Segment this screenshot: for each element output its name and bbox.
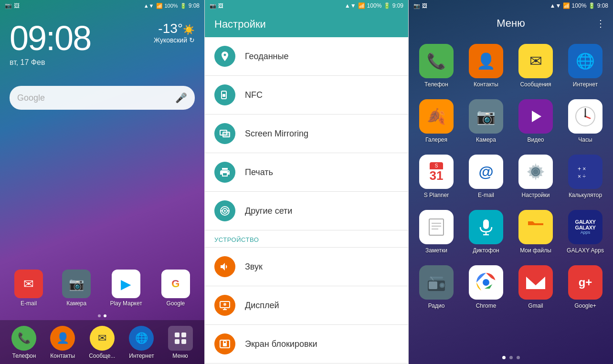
- menu-recorder-icon: [469, 210, 503, 244]
- settings-item-screen-mirroring[interactable]: Screen Mirroring: [205, 114, 408, 153]
- menu-title: Меню: [435, 17, 586, 30]
- menu-signal-icon: ▲▼ 📶: [550, 2, 570, 9]
- geodata-label: Геоданные: [245, 52, 289, 62]
- messages-nav-icon: ✉: [90, 326, 115, 351]
- svg-point-27: [534, 170, 538, 174]
- page-dot-1: [98, 314, 101, 317]
- menu-app-notes[interactable]: Заметки: [413, 206, 459, 258]
- device-section-header: УСТРОЙСТВО: [205, 230, 408, 248]
- menu-app-phone[interactable]: 📞 Телефон: [413, 40, 459, 92]
- menu-app-clock[interactable]: Часы: [562, 95, 608, 147]
- menu-app-google-plus[interactable]: g+ Google+: [562, 261, 608, 313]
- nav-internet[interactable]: 🌐 Интернет: [129, 326, 154, 359]
- menu-google-plus-label: Google+: [574, 302, 596, 309]
- settings-item-geodata[interactable]: Геоданные: [205, 37, 408, 76]
- app-menu-screen: 📷 🖼 ▲▼ 📶 100% 🔋 9:08 Меню ⋮ 📞 Телефон 👤: [409, 0, 613, 364]
- dock-play-app[interactable]: ▶ Play Маркет: [110, 270, 142, 307]
- gmail-svg: [525, 274, 546, 291]
- menu-app-email[interactable]: @ E-mail: [463, 151, 509, 202]
- gear-svg: [525, 161, 546, 182]
- menu-status-bar: 📷 🖼 ▲▼ 📶 100% 🔋 9:08: [409, 0, 613, 11]
- menu-dot-2: [509, 356, 513, 359]
- menu-clock-icon: [568, 99, 602, 134]
- menu-radio-label: Радио: [428, 302, 445, 309]
- menu-chrome-icon: [469, 265, 503, 300]
- nav-contacts[interactable]: 👤 Контакты: [50, 326, 75, 359]
- lock-screen-label: Экран блокировки: [245, 339, 317, 349]
- menu-image-icon: 🖼: [422, 3, 427, 9]
- nav-messages[interactable]: ✉ Сообще...: [89, 326, 115, 359]
- menu-gmail-label: Gmail: [528, 302, 543, 309]
- dock-icons: ✉ E-mail 📷 Камера ▶ Play Маркет G Google: [0, 265, 204, 312]
- phone-nav-label: Телефон: [12, 353, 36, 359]
- menu-app-camera[interactable]: 📷 Камера: [463, 95, 509, 147]
- svg-rect-30: [429, 219, 444, 235]
- menu-files-label: Мои файлы: [520, 247, 551, 254]
- menu-calculator-label: Калькулятор: [569, 192, 602, 198]
- menu-app-contacts[interactable]: 👤 Контакты: [463, 40, 509, 92]
- signal-icon: ▲▼: [144, 3, 154, 9]
- dock-camera-app[interactable]: 📷 Камера: [62, 270, 91, 307]
- menu-app-voice-recorder[interactable]: Диктофон: [463, 206, 509, 258]
- menu-app-gmail[interactable]: Gmail: [513, 261, 559, 313]
- menu-app-galaxy-apps[interactable]: GALAXY GALAXY Apps GALAXY Apps: [562, 206, 608, 258]
- city-display: Жуковский ↻: [154, 36, 195, 44]
- settings-header: Настройки: [205, 11, 408, 37]
- dock-email-app[interactable]: ✉ E-mail: [14, 270, 43, 307]
- play-store-icon: ▶: [112, 270, 140, 298]
- menu-app-myfiles[interactable]: Мои файлы: [513, 206, 559, 258]
- menu-screenshot-icon: 📷: [413, 3, 420, 9]
- svg-rect-1: [181, 333, 186, 337]
- menu-app-settings[interactable]: Настройки: [513, 151, 559, 202]
- settings-item-lock-screen[interactable]: Экран блокировки: [205, 325, 408, 364]
- print-icon: [214, 162, 235, 183]
- svg-point-40: [441, 284, 444, 287]
- chrome-svg: [475, 271, 497, 294]
- settings-item-sound[interactable]: Звук: [205, 248, 408, 286]
- nav-menu[interactable]: Меню: [168, 326, 193, 359]
- menu-header: Меню ⋮: [409, 11, 613, 35]
- dock-google-app[interactable]: G Google: [161, 270, 190, 307]
- menu-radio-icon: [419, 265, 454, 300]
- menu-gmail-icon: [518, 265, 553, 300]
- menu-page-dots: [409, 351, 613, 364]
- page-indicators: [0, 312, 204, 320]
- menu-app-internet[interactable]: 🌐 Интернет: [562, 40, 608, 92]
- home-status-time: 9:08: [189, 2, 200, 9]
- nav-phone[interactable]: 📞 Телефон: [11, 326, 36, 359]
- settings-item-nfc[interactable]: NFC: [205, 76, 408, 114]
- time-weather-widget: 09:08 вт, 17 Фев -13°☀️ Жуковский ↻: [0, 11, 204, 72]
- svg-rect-2: [175, 339, 180, 344]
- refresh-icon[interactable]: ↻: [189, 36, 195, 44]
- menu-app-gallery[interactable]: 🍂 Галерея: [413, 95, 459, 147]
- menu-app-splanner[interactable]: S 31 S Planner: [413, 151, 459, 202]
- menu-google-plus-icon: g+: [568, 265, 602, 300]
- svg-point-11: [224, 210, 226, 212]
- menu-app-video[interactable]: Видео: [513, 95, 559, 147]
- menu-recorder-label: Диктофон: [473, 247, 499, 254]
- menu-battery: 100% 🔋: [572, 2, 595, 9]
- menu-more-options[interactable]: ⋮: [586, 18, 605, 29]
- settings-item-print[interactable]: Печать: [205, 153, 408, 192]
- menu-app-calculator[interactable]: + × × ÷ Калькулятор: [562, 151, 608, 202]
- mic-icon[interactable]: 🎤: [175, 92, 187, 104]
- menu-dot-3: [517, 356, 520, 359]
- menu-app-chrome[interactable]: Chrome: [463, 261, 509, 313]
- svg-rect-0: [175, 333, 180, 337]
- settings-item-display[interactable]: Дисплей: [205, 286, 408, 325]
- messages-nav-label: Сообще...: [89, 353, 115, 359]
- screen-mirroring-label: Screen Mirroring: [245, 129, 308, 139]
- menu-splanner-label: S Planner: [424, 192, 449, 198]
- menu-app-radio[interactable]: Радио: [413, 261, 459, 313]
- settings-item-other-networks[interactable]: Другие сети: [205, 192, 408, 230]
- settings-screen: 📷 🖼 ▲▼ 📶 100% 🔋 9:09 Настройки Геоданные: [204, 0, 409, 364]
- battery-icon: 🔋: [180, 3, 187, 9]
- email-icon: ✉: [14, 270, 43, 298]
- play-label: Play Маркет: [110, 300, 142, 307]
- google-search-bar[interactable]: Google 🎤: [10, 86, 195, 110]
- menu-app-messages[interactable]: ✉ Сообщения: [513, 40, 559, 92]
- search-placeholder: Google: [17, 93, 175, 103]
- grid-icon: [174, 332, 187, 345]
- other-networks-label: Другие сети: [245, 206, 292, 216]
- home-status-bar: 📷 🖼 ▲▼ 📶 100% 🔋 9:08: [0, 0, 204, 11]
